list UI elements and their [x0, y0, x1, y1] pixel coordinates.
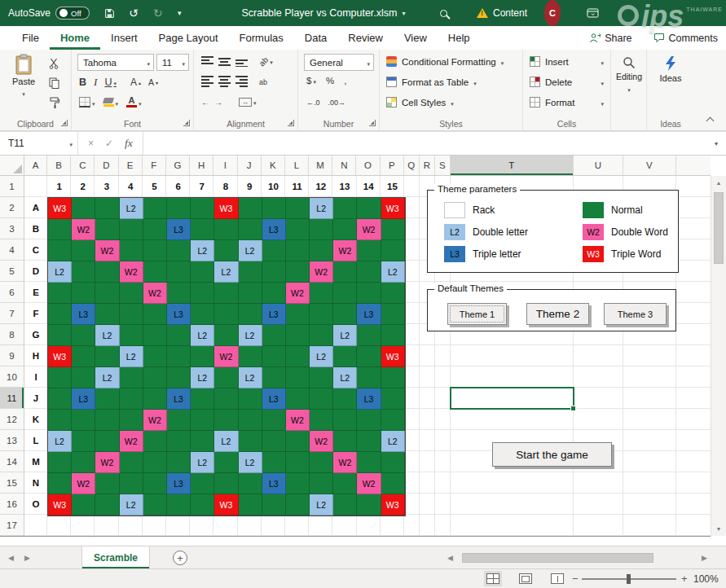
board-cell-N11[interactable] — [286, 473, 310, 494]
cut-button[interactable] — [46, 56, 62, 71]
board-cell-C4[interactable] — [120, 240, 143, 261]
board-cell-F5[interactable] — [143, 304, 167, 325]
board-cell-O7[interactable] — [191, 494, 214, 516]
board-cell-G5[interactable] — [143, 325, 167, 346]
board-cell-L2[interactable] — [72, 431, 95, 452]
row-header-1[interactable]: 1 — [0, 176, 24, 197]
board-cell-M1[interactable] — [48, 452, 72, 473]
fill-handle[interactable] — [570, 406, 576, 411]
board-cell-L7[interactable] — [191, 431, 214, 452]
board-cell-N7[interactable] — [191, 473, 214, 494]
board-cell-C9[interactable]: L2 — [239, 240, 262, 261]
board-cell-G13[interactable]: L2 — [333, 325, 357, 346]
board-cell-C3[interactable]: W2 — [95, 240, 119, 261]
board-cell-D8[interactable]: L2 — [214, 261, 238, 283]
theme-1-button[interactable]: Theme 1 — [447, 303, 507, 325]
board-cell-J15[interactable] — [381, 388, 405, 410]
board-cell-F3[interactable] — [95, 304, 119, 325]
column-header-K[interactable]: K — [262, 156, 285, 175]
scroll-left-arrow[interactable]: ◀ — [447, 552, 453, 564]
board-cell-I6[interactable] — [167, 367, 191, 388]
board-cell-F13[interactable] — [333, 304, 357, 325]
horizontal-scrollbar[interactable]: ◀ ▶ — [447, 552, 707, 564]
board-cell-J1[interactable] — [48, 388, 72, 410]
board-cell-L13[interactable] — [333, 431, 357, 452]
board-cell-F7[interactable] — [191, 304, 214, 325]
quick-access-toolbar-caret[interactable]: ▾ — [178, 0, 182, 26]
board-cell-I5[interactable] — [143, 367, 167, 388]
board-cell-M3[interactable]: W2 — [95, 452, 119, 473]
format-painter-button[interactable] — [46, 95, 62, 110]
cancel-entry-button[interactable]: × — [88, 138, 94, 149]
zoom-level[interactable]: 100% — [693, 573, 719, 585]
increase-indent-button[interactable]: → — [214, 98, 222, 107]
board-cell-M4[interactable] — [120, 452, 143, 473]
row-header-4[interactable]: 4 — [0, 239, 24, 261]
board-cell-H9[interactable] — [239, 346, 262, 367]
board-cell-I15[interactable] — [381, 367, 405, 388]
save-button[interactable] — [104, 0, 115, 26]
vertical-scrollbar[interactable]: ▲ ▼ — [711, 176, 726, 536]
column-header-O[interactable]: O — [356, 156, 380, 175]
board-cell-C8[interactable] — [214, 240, 238, 261]
row-header-5[interactable]: 5 — [0, 261, 24, 282]
column-header-S[interactable]: S — [435, 156, 451, 175]
board-cell-G14[interactable] — [357, 325, 381, 346]
board-cell-G3[interactable]: L2 — [95, 325, 119, 346]
vertical-scrollbar-thumb[interactable] — [714, 192, 724, 264]
row-header-13[interactable]: 13 — [0, 430, 24, 451]
board-cell-I2[interactable] — [72, 367, 95, 388]
page-layout-view-button[interactable] — [519, 573, 532, 584]
board-cell-D9[interactable] — [239, 261, 262, 283]
delete-cells-button[interactable]: Delete — [530, 77, 604, 87]
board-cell-E2[interactable] — [72, 283, 95, 304]
board-cell-B10[interactable]: L3 — [262, 219, 286, 240]
board-cell-J11[interactable] — [286, 388, 310, 410]
board-cell-B9[interactable] — [239, 219, 262, 240]
board-cell-M9[interactable]: L2 — [239, 452, 262, 473]
board-cell-I11[interactable] — [286, 367, 310, 388]
previous-sheet-arrow[interactable]: ◀ — [8, 546, 14, 569]
share-button[interactable]: Share — [589, 33, 631, 44]
board-cell-K4[interactable] — [120, 410, 143, 431]
zoom-out-button[interactable]: − — [572, 573, 579, 585]
collapse-ribbon-chevron[interactable] — [706, 117, 715, 125]
board-cell-K13[interactable] — [333, 410, 357, 431]
font-color-button[interactable]: A — [126, 97, 142, 108]
board-cell-H11[interactable] — [286, 346, 310, 367]
board-cell-C12[interactable] — [310, 240, 333, 261]
board-cell-H5[interactable] — [143, 346, 167, 367]
board-cell-I8[interactable] — [214, 367, 238, 388]
autosave-switch[interactable]: Off — [55, 7, 90, 20]
board-cell-B11[interactable] — [286, 219, 310, 240]
board-cell-O8[interactable]: W3 — [214, 494, 238, 516]
board-cell-F2[interactable]: L3 — [72, 304, 95, 325]
board-cell-I13[interactable]: L2 — [333, 367, 357, 388]
board-cell-I1[interactable] — [48, 367, 72, 388]
board-cell-H3[interactable] — [95, 346, 119, 367]
tab-home[interactable]: Home — [50, 26, 100, 50]
board-cell-C6[interactable] — [167, 240, 191, 261]
copy-button[interactable] — [46, 76, 62, 90]
board-cell-D14[interactable] — [357, 261, 381, 283]
align-center-button[interactable] — [218, 76, 231, 87]
worksheet-cells[interactable]: W3L2W3L2W3W2L3L3W2W2L2L2W2L2W2L2W2L2W2W2… — [24, 176, 711, 536]
board-cell-M5[interactable] — [143, 452, 167, 473]
column-header-I[interactable]: I — [213, 156, 237, 175]
format-cells-button[interactable]: Format — [530, 97, 604, 108]
board-cell-H12[interactable]: L2 — [310, 346, 333, 367]
tab-formulas[interactable]: Formulas — [229, 26, 294, 50]
board-cell-A12[interactable]: L2 — [310, 198, 333, 219]
board-cell-D5[interactable] — [143, 261, 167, 283]
board-cell-D4[interactable]: W2 — [120, 261, 143, 283]
board-cell-E6[interactable] — [167, 283, 191, 304]
board-cell-N10[interactable]: L3 — [262, 473, 286, 494]
board-cell-J8[interactable] — [214, 388, 238, 410]
board-cell-O6[interactable] — [167, 494, 191, 516]
ideas-button[interactable]: Ideas — [650, 56, 691, 83]
board-cell-K1[interactable] — [48, 410, 72, 431]
align-left-button[interactable] — [201, 76, 213, 87]
board-cell-O10[interactable] — [262, 494, 286, 516]
board-cell-F9[interactable] — [239, 304, 262, 325]
undo-button[interactable]: ↺ — [129, 0, 139, 26]
